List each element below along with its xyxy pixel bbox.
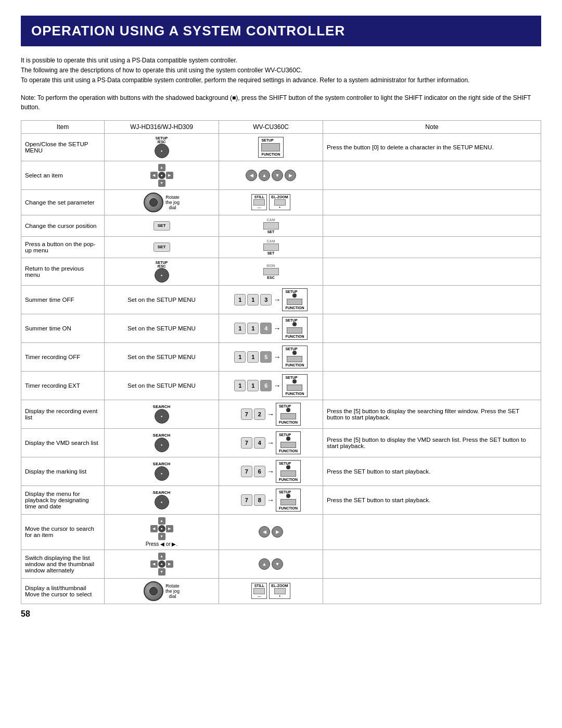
- row-wv: SETUP FUNCTION: [219, 133, 323, 161]
- row-item: Timer recording EXT: [21, 371, 105, 400]
- row-item: Display the marking list: [21, 457, 105, 486]
- row-wj: SET: [105, 236, 219, 258]
- row-wv: MON ESC: [219, 258, 323, 285]
- arrow-pad: ▲ ◀●▶ ▼: [150, 164, 173, 187]
- row-wj: SETUP/ESC ●: [105, 133, 219, 161]
- row-wv: 1 1 6 → SETUP FUNCTION: [219, 371, 323, 400]
- seq-72: 7 2 → SETUP FUNCTION: [241, 403, 301, 426]
- arrow-pad-2: ▲ ◀●▶ ▼: [150, 517, 173, 540]
- note-text: Note: To perform the operation with butt…: [21, 94, 531, 111]
- row-wj: ▲ ◀●▶ ▼: [105, 550, 219, 578]
- row-wv: STILL — EL-ZOOM +: [219, 189, 323, 215]
- row-wj: SET: [105, 215, 219, 236]
- table-row: Switch displaying the list window and th…: [21, 550, 541, 578]
- table-row: Open/Close the SETUP MENU SETUP/ESC ● SE…: [21, 133, 541, 161]
- table-row: Press a button on the pop-up menu SET CA…: [21, 236, 541, 258]
- row-wj: Set on the SETUP MENU: [105, 285, 219, 314]
- search-btn: ●: [155, 409, 169, 424]
- row-wv: CAM SET: [219, 236, 323, 258]
- row-note: [323, 342, 541, 371]
- row-item: Summer time ON: [21, 314, 105, 342]
- row-note: Press the SET button to start playback.: [323, 457, 541, 486]
- row-item: Move the cursor to search for an item: [21, 514, 105, 550]
- dir-buttons-3: ▲ ▼: [259, 558, 283, 570]
- setup-esc-btn: ●: [155, 144, 169, 158]
- row-wj: ▲ ◀●▶ ▼ Press ◀ or ▶.: [105, 514, 219, 550]
- set-button: SET: [154, 221, 170, 231]
- row-note: Press the SET button to start playback.: [323, 486, 541, 514]
- row-wv: STILL — EL-ZOOM +: [219, 578, 323, 604]
- row-wj: Rotatethe jogdial: [105, 189, 219, 215]
- row-item: Select an item: [21, 161, 105, 189]
- row-item: Summer time OFF: [21, 285, 105, 314]
- table-row: Summer time ON Set on the SETUP MENU 1 1…: [21, 314, 541, 342]
- row-wv: 7 6 → SETUP FUNCTION: [219, 457, 323, 486]
- page-title: OPERATION USING A SYSTEM CONTROLLER: [31, 23, 345, 39]
- row-wj: SEARCH ●: [105, 428, 219, 457]
- row-note: [323, 285, 541, 314]
- row-item: Change the set parameter: [21, 189, 105, 215]
- row-wj: SETUP/ESC ●: [105, 258, 219, 285]
- rotate-label-2: Rotatethe jogdial: [165, 583, 180, 599]
- row-wj: Set on the SETUP MENU: [105, 371, 219, 400]
- row-item: Display the VMD search list: [21, 428, 105, 457]
- row-wv: CAM SET: [219, 215, 323, 236]
- row-wj: ▲ ◀●▶ ▼: [105, 161, 219, 189]
- note-box: Note: To perform the operation with butt…: [21, 93, 541, 112]
- table-row: Timer recording EXT Set on the SETUP MEN…: [21, 371, 541, 400]
- row-wv: ▲ ▼: [219, 550, 323, 578]
- row-item: Display a list/thumbnail Move the cursor…: [21, 578, 105, 604]
- row-wv: 7 8 → SETUP FUNCTION: [219, 486, 323, 514]
- table-row: Display a list/thumbnail Move the cursor…: [21, 578, 541, 604]
- col-header-wj: WJ-HD316/WJ-HD309: [105, 120, 219, 133]
- row-wv: 7 2 → SETUP FUNCTION: [219, 400, 323, 428]
- col-header-wv: WV-CU360C: [219, 120, 323, 133]
- table-row: Return to the previous menu SETUP/ESC ● …: [21, 258, 541, 285]
- row-wv: ◀ ▶: [219, 514, 323, 550]
- row-note: Press the button [0] to delete a charact…: [323, 133, 541, 161]
- table-row: Change the cursor position SET CAM SET: [21, 215, 541, 236]
- row-wv: 1 1 5 → SETUP FUNCTION: [219, 342, 323, 371]
- row-item: Open/Close the SETUP MENU: [21, 133, 105, 161]
- row-wv: 7 4 → SETUP FUNCTION: [219, 428, 323, 457]
- press-label: Press ◀ or ▶.: [146, 541, 178, 547]
- page-title-bar: OPERATION USING A SYSTEM CONTROLLER: [21, 16, 541, 46]
- search-btn-2: ●: [155, 438, 169, 452]
- row-note: [323, 161, 541, 189]
- table-row: Display the marking list SEARCH ● 7 6: [21, 457, 541, 486]
- cam-set-widget: CAM SET: [263, 218, 279, 234]
- seq-114: 1 1 4 → SETUP FUNCTION: [234, 317, 307, 340]
- seq-115: 1 1 5 → SETUP FUNCTION: [234, 346, 307, 368]
- seq-116: 1 1 6 → SETUP FUNCTION: [234, 374, 307, 397]
- row-wv: ◀ ▲ ▼ ▶: [219, 161, 323, 189]
- page-number: 58: [21, 609, 541, 619]
- row-note: [323, 236, 541, 258]
- row-wj: SEARCH ●: [105, 457, 219, 486]
- row-wj: SEARCH ●: [105, 486, 219, 514]
- row-wv: 1 1 4 → SETUP FUNCTION: [219, 314, 323, 342]
- row-item: Display the menu for playback by designa…: [21, 486, 105, 514]
- intro-line-1: It is possible to operate this unit usin…: [21, 56, 541, 66]
- row-wj: Set on the SETUP MENU: [105, 342, 219, 371]
- table-row: Display the menu for playback by designa…: [21, 486, 541, 514]
- table-row: Select an item ▲ ◀●▶ ▼ ◀ ▲ ▼ ▶: [21, 161, 541, 189]
- table-row: Change the set parameter Rotatethe jogdi…: [21, 189, 541, 215]
- row-item: Switch displaying the list window and th…: [21, 550, 105, 578]
- mon-esc-widget: MON ESC: [263, 264, 279, 279]
- row-note: [323, 371, 541, 400]
- row-note: [323, 550, 541, 578]
- table-row: Move the cursor to search for an item ▲ …: [21, 514, 541, 550]
- jog-dial: [144, 193, 163, 212]
- jog-dial-2: [144, 581, 163, 601]
- table-row: Display the recording event list SEARCH …: [21, 400, 541, 428]
- rotate-label: Rotatethe jogdial: [165, 195, 180, 210]
- intro-section: It is possible to operate this unit usin…: [21, 56, 541, 86]
- col-header-item: Item: [21, 120, 105, 133]
- operations-table: Item WJ-HD316/WJ-HD309 WV-CU360C Note Op…: [21, 120, 541, 604]
- still-elzoom-2: STILL — EL-ZOOM +: [251, 583, 290, 599]
- arrow-pad-3: ▲ ◀●▶ ▼: [150, 553, 173, 576]
- row-item: Change the cursor position: [21, 215, 105, 236]
- search-btn-4: ●: [155, 495, 169, 509]
- row-wv: 1 1 3 → SETUP FUNCTION: [219, 285, 323, 314]
- row-item: Display the recording event list: [21, 400, 105, 428]
